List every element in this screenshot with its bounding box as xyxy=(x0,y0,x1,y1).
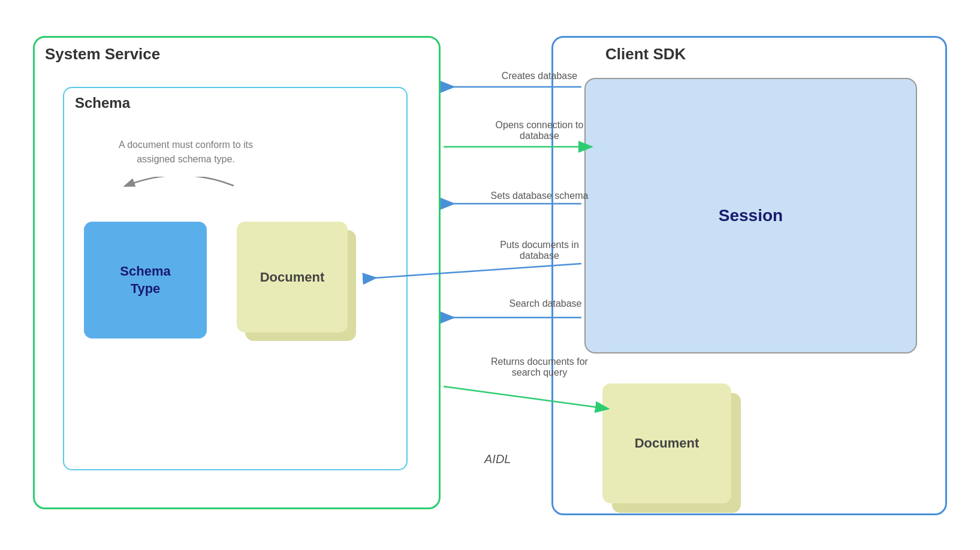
arrow-label-opens-connection: Opens connection todatabase xyxy=(480,120,599,141)
arrow-label-puts-documents: Puts documents indatabase xyxy=(480,240,599,261)
arrow-label-creates-database: Creates database xyxy=(480,71,599,81)
schema-type-stack: SchemaType xyxy=(84,222,207,339)
aidl-label: AIDL xyxy=(484,452,511,466)
session-label: Session xyxy=(719,206,783,225)
document-card-front-right: Document xyxy=(602,383,731,503)
curved-arrow-svg xyxy=(90,177,270,225)
arrow-label-returns-documents: Returns documents forsearch query xyxy=(477,356,602,378)
diagram-container: System Service Schema A document must co… xyxy=(0,0,980,550)
schema-description: A document must conform to its assigned … xyxy=(102,138,270,167)
schema-type-card-front: SchemaType xyxy=(84,222,207,339)
arrow-label-sets-schema: Sets database schema xyxy=(474,191,605,201)
system-service-label: System Service xyxy=(45,45,160,64)
session-box: Session xyxy=(584,78,917,353)
schema-label: Schema xyxy=(75,95,130,111)
client-sdk-label: Client SDK xyxy=(605,45,686,64)
arrow-label-search-database: Search database xyxy=(486,298,605,309)
document-card-front-left: Document xyxy=(237,222,348,333)
